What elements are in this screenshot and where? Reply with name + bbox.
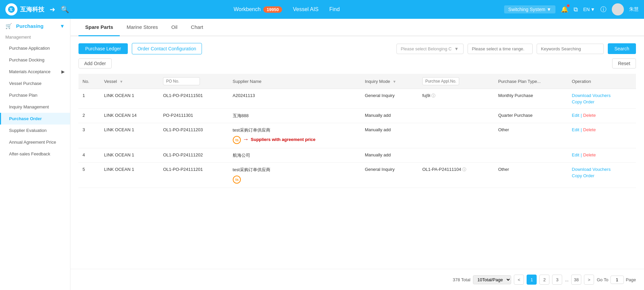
download-vouchers-link[interactable]: Download Vouchers [572,167,632,172]
cell-inquiry-mode: Manually add [361,109,418,123]
purchase-orders-table: No. Vessel ▼ Supplier Name [78,74,636,188]
language-label: EN [583,7,590,12]
switch-system-button[interactable]: Switching System ▼ [504,5,555,13]
page-1-button[interactable]: 1 [527,275,537,285]
content-area: Purchase Ledger Order Contact Configurat… [70,36,644,269]
logo-icon: 互 [5,3,17,15]
copy-order-link[interactable]: Copy Order [572,173,632,178]
sidebar-item-inquiry-management[interactable]: Inquiry Management [0,101,70,113]
sidebar-item-vessel-purchase[interactable]: Vessel Purchase [0,78,70,89]
username: 朱慧 [629,6,639,12]
app-logo[interactable]: 互 互海科技 [5,3,44,15]
cell-vessel: LINK OCEAN 14 [100,109,159,123]
op-divider: | [581,152,582,157]
keywords-input[interactable] [537,44,604,54]
lang-arrow: ▼ [590,7,595,12]
download-vouchers-link[interactable]: Download Vouchers [572,93,632,98]
sidebar-purchasing-label: Purchasing [16,23,44,29]
annotation-arrow: → [243,136,249,143]
sidebar-item-purchase-application[interactable]: Purchase Application [0,42,70,54]
goto-page: Go To Page [597,276,636,284]
th-vessel[interactable]: Vessel ▼ [100,74,159,89]
language-selector[interactable]: EN ▼ [583,7,595,12]
sidebar-item-label: Supplier Evaluation [9,128,47,133]
reset-button[interactable]: Reset [612,58,636,68]
cell-appl-no: fuj9i ⓘ [418,89,494,109]
cell-no: 5 [78,163,100,188]
belonging-arrow: ▼ [454,46,459,51]
sidebar-item-label: Inquiry Management [9,104,49,109]
edit-link[interactable]: Edit [572,152,579,157]
search-icon[interactable]: 🔍 [61,5,69,13]
sidebar-item-after-sales-feedback[interactable]: After-sales Feedback [0,148,70,160]
edit-link[interactable]: Edit [572,127,579,132]
delete-link[interactable]: Delete [583,113,596,118]
cell-inquiry-mode: Manually add [361,148,418,163]
table-header-row: No. Vessel ▼ Supplier Name [78,74,636,89]
agreement-icon-row: 🛍→Suppliers with agreement price [233,135,357,144]
workbench-link[interactable]: Workbench 19950 [233,6,282,13]
tab-spare-parts[interactable]: Spare Parts [78,19,120,36]
th-no: No. [78,74,100,89]
last-page-button[interactable]: 38 [571,275,581,285]
info-icon[interactable]: ⓘ [461,167,466,172]
goto-input[interactable] [610,276,624,284]
find-link[interactable]: Find [329,6,340,12]
copy-order-link[interactable]: Copy Order [572,99,632,104]
purchase-ledger-button[interactable]: Purchase Ledger [78,43,128,54]
help-icon[interactable]: ⓘ [600,5,606,13]
sidebar-item-purchase-order[interactable]: Purchase Order [0,113,70,125]
sidebar-item-purchase-docking[interactable]: Purchase Docking [0,54,70,66]
order-contact-config-button[interactable]: Order Contact Configuration [132,43,202,54]
time-range-input[interactable] [468,44,533,54]
cell-inquiry-mode: General Inquiry [361,89,418,109]
th-inquiry-mode[interactable]: Inquiry Mode ▼ [361,74,418,89]
expand-icon[interactable]: ⧉ [574,6,578,13]
sidebar-item-label: Purchase Order [9,116,42,121]
cell-appl-no [418,123,494,148]
search-button[interactable]: Search [608,43,636,54]
cell-no: 3 [78,123,100,148]
cell-no: 4 [78,148,100,163]
delete-link[interactable]: Delete [583,152,596,157]
agreement-icon[interactable]: 🛍 [233,136,241,144]
page-3-button[interactable]: 3 [552,275,562,285]
tab-marine-stores[interactable]: Marine Stores [120,19,164,36]
po-no-filter-input[interactable] [163,77,200,85]
add-order-button[interactable]: Add Order [78,58,112,68]
cart-icon: 🛒 [5,23,12,29]
prev-page-button[interactable]: < [514,275,524,285]
tab-oil[interactable]: Oil [165,19,184,36]
page-size-select[interactable]: 10Total/Page [473,275,511,284]
appl-no-filter-input[interactable] [422,77,459,85]
next-page-button[interactable]: > [584,275,594,285]
cell-appl-no [418,109,494,123]
sidebar-item-purchase-plan[interactable]: Purchase Plan [0,89,70,101]
sidebar-purchasing[interactable]: 🛒 Purchasing ▼ [0,19,70,33]
belonging-select[interactable]: Please select Belonging C ▼ [396,44,464,54]
cell-vessel: LINK OCEAN 1 [100,89,159,109]
sidebar-item-supplier-evaluation[interactable]: Supplier Evaluation [0,125,70,136]
page-2-button[interactable]: 2 [539,275,549,285]
sidebar-item-annual-agreement-price[interactable]: Annual Agreement Price [0,136,70,148]
sidebar-item-materials-acceptance[interactable]: Materials Acceptance ▶ [0,66,70,78]
info-icon[interactable]: ⓘ [430,93,435,98]
sidebar: 🛒 Purchasing ▼ Management Purchase Appli… [0,19,70,290]
delete-link[interactable]: Delete [583,127,596,132]
edit-link[interactable]: Edit [572,113,579,118]
table-row: 3LINK OCEAN 1OL1-PO-P24111203test采购订单供应商… [78,123,636,148]
operation-cell: Edit | Delete [572,127,632,132]
agreement-icon[interactable]: 🛍 [233,176,241,184]
avatar[interactable] [612,3,624,15]
tab-chart[interactable]: Chart [184,19,210,36]
tab-chart-label: Chart [191,24,203,30]
operation-cell: Download VouchersCopy Order [572,93,632,104]
add-order-label: Add Order [84,61,106,66]
cell-purchase-plan-type: Monthly Purchase [494,89,568,109]
vessel-ais-link[interactable]: Vessel AIS [293,6,319,12]
sidebar-item-label: Vessel Purchase [9,81,42,86]
back-icon[interactable]: ➜ [50,5,55,13]
cell-vessel: LINK OCEAN 1 [100,148,159,163]
cell-supplier-name: test采购订单供应商🛍→Suppliers with agreement pr… [229,123,361,148]
notification-bell[interactable]: 🔔 [561,6,568,13]
